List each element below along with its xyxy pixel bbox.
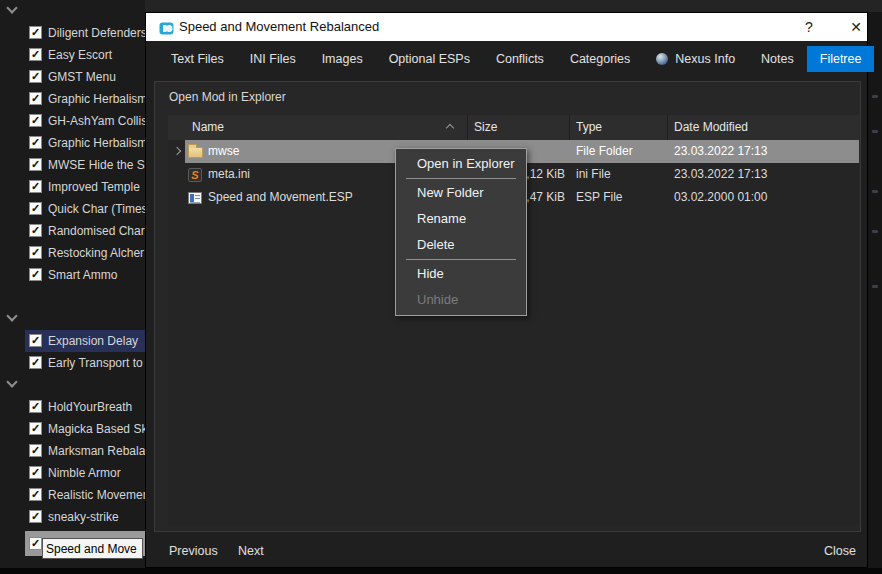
mod-list-item[interactable]: ✓GMST Menu bbox=[25, 66, 145, 88]
previous-button[interactable]: Previous bbox=[169, 541, 218, 561]
mod-organizer-icon bbox=[159, 21, 174, 39]
checkbox-checked[interactable]: ✓ bbox=[29, 246, 42, 259]
checkbox-checked[interactable]: ✓ bbox=[29, 400, 42, 413]
close-window-button[interactable]: ✕ bbox=[841, 13, 871, 41]
sort-ascending-icon bbox=[446, 124, 454, 132]
background-bottom-strip bbox=[0, 568, 882, 574]
open-mod-in-explorer-button[interactable]: Open Mod in Explorer bbox=[169, 90, 286, 104]
mod-list-item[interactable]: ✓MWSE Hide the Sk bbox=[25, 154, 145, 176]
collapse-arrow-icon[interactable] bbox=[6, 376, 17, 387]
mod-list-item[interactable]: ✓Early Transport to bbox=[25, 352, 145, 374]
checkbox-checked[interactable]: ✓ bbox=[29, 48, 42, 61]
checkbox-checked[interactable]: ✓ bbox=[29, 26, 42, 39]
dialog-titlebar[interactable]: Speed and Movement Rebalanced ? ✕ bbox=[146, 13, 867, 41]
menu-item-hide[interactable]: Hide bbox=[396, 261, 526, 287]
column-header-size[interactable]: Size bbox=[468, 115, 570, 140]
tab-conflicts[interactable]: Conflicts bbox=[483, 46, 557, 72]
checkbox-checked[interactable]: ✓ bbox=[29, 202, 42, 215]
expand-arrow-icon[interactable] bbox=[173, 147, 181, 155]
collapse-arrow-icon[interactable] bbox=[6, 310, 17, 321]
help-button[interactable]: ? bbox=[794, 13, 824, 41]
tab-ini-files[interactable]: INI Files bbox=[237, 46, 309, 72]
mod-list-background: ✓Diligent Defenders ✓Easy Escort ✓GMST M… bbox=[0, 0, 145, 568]
tab-optional-esps[interactable]: Optional ESPs bbox=[376, 46, 483, 72]
checkbox-checked[interactable]: ✓ bbox=[29, 488, 42, 501]
next-button[interactable]: Next bbox=[238, 541, 264, 561]
checkbox-checked[interactable]: ✓ bbox=[29, 510, 42, 523]
mod-list-item[interactable]: ✓Randomised Char bbox=[25, 220, 145, 242]
checkbox-checked[interactable]: ✓ bbox=[29, 466, 42, 479]
collapse-arrow-icon[interactable] bbox=[6, 2, 17, 13]
ini-file-icon: S bbox=[188, 167, 204, 182]
column-header-name[interactable]: Name bbox=[168, 115, 468, 140]
background-glyph bbox=[872, 230, 878, 233]
tab-filetree[interactable]: Filetree bbox=[807, 46, 875, 72]
checkbox-checked[interactable]: ✓ bbox=[29, 158, 42, 171]
checkbox-checked[interactable]: ✓ bbox=[29, 444, 42, 457]
mod-list-item[interactable]: ✓Restocking Alcher bbox=[25, 242, 145, 264]
background-glyph bbox=[872, 130, 878, 133]
globe-icon bbox=[656, 53, 668, 65]
mod-list-item-selected[interactable]: ✓Expansion Delay bbox=[25, 330, 145, 352]
checkbox-checked[interactable]: ✓ bbox=[29, 70, 42, 83]
mod-list-item[interactable]: ✓Realistic Movemen bbox=[25, 484, 145, 506]
dialog-title: Speed and Movement Rebalanced bbox=[179, 13, 379, 41]
menu-item-unhide: Unhide bbox=[396, 287, 526, 313]
mod-list-item[interactable]: ✓Magicka Based Ski bbox=[25, 418, 145, 440]
checkbox-checked[interactable]: ✓ bbox=[29, 114, 42, 127]
background-glyph bbox=[872, 95, 878, 98]
menu-separator bbox=[406, 178, 516, 179]
checkbox-checked[interactable]: ✓ bbox=[29, 422, 42, 435]
folder-icon bbox=[188, 144, 204, 159]
checkbox-checked[interactable]: ✓ bbox=[29, 180, 42, 193]
menu-item-open-in-explorer[interactable]: Open in Explorer bbox=[396, 151, 526, 177]
mod-list-item[interactable]: ✓HoldYourBreath bbox=[25, 396, 145, 418]
menu-item-delete[interactable]: Delete bbox=[396, 232, 526, 258]
mod-list-item[interactable]: ✓Graphic Herbalism bbox=[25, 88, 145, 110]
mod-list-item[interactable]: ✓Smart Ammo bbox=[25, 264, 145, 286]
checkbox-checked[interactable]: ✓ bbox=[29, 356, 42, 369]
mod-list-item[interactable]: ✓Nimble Armor bbox=[25, 462, 145, 484]
column-header-type[interactable]: Type bbox=[570, 115, 668, 140]
background-top-strip bbox=[145, 0, 882, 12]
background-glyph bbox=[872, 285, 878, 288]
esp-file-icon bbox=[188, 190, 204, 205]
context-menu: Open in Explorer New Folder Rename Delet… bbox=[395, 148, 527, 316]
mod-list-item[interactable]: ✓GH-AshYam Collis bbox=[25, 110, 145, 132]
close-button[interactable]: Close bbox=[824, 541, 856, 561]
tab-text-files[interactable]: Text Files bbox=[158, 46, 237, 72]
tab-bar: Text Files INI Files Images Optional ESP… bbox=[146, 41, 867, 77]
checkbox-checked[interactable]: ✓ bbox=[29, 92, 42, 105]
checkbox-checked[interactable]: ✓ bbox=[29, 224, 42, 237]
mod-list-item[interactable]: ✓Easy Escort bbox=[25, 44, 145, 66]
menu-separator bbox=[406, 259, 516, 260]
mod-list-item[interactable]: ✓Improved Temple bbox=[25, 176, 145, 198]
rename-input[interactable] bbox=[42, 538, 143, 559]
tree-header: Name Size Type Date Modified bbox=[168, 115, 859, 140]
mod-list-item[interactable]: ✓Graphic Herbalism bbox=[25, 132, 145, 154]
checkbox-checked[interactable]: ✓ bbox=[29, 537, 42, 550]
background-window-edge bbox=[868, 12, 882, 568]
checkbox-checked[interactable]: ✓ bbox=[29, 268, 42, 281]
mod-list-item[interactable]: ✓Marksman Rebala bbox=[25, 440, 145, 462]
mod-list-item[interactable]: ✓Diligent Defenders bbox=[25, 22, 145, 44]
mod-list-item[interactable]: ✓Quick Char (Times bbox=[25, 198, 145, 220]
menu-item-rename[interactable]: Rename bbox=[396, 206, 526, 232]
tab-categories[interactable]: Categories bbox=[557, 46, 643, 72]
column-header-date-modified[interactable]: Date Modified bbox=[668, 115, 859, 140]
background-glyph bbox=[872, 190, 878, 193]
tab-notes[interactable]: Notes bbox=[748, 46, 807, 72]
menu-item-new-folder[interactable]: New Folder bbox=[396, 180, 526, 206]
tab-nexus-info[interactable]: Nexus Info bbox=[643, 46, 748, 72]
tab-images[interactable]: Images bbox=[309, 46, 376, 72]
checkbox-checked[interactable]: ✓ bbox=[29, 136, 42, 149]
checkbox-checked[interactable]: ✓ bbox=[29, 334, 42, 347]
mod-list-item[interactable]: ✓sneaky-strike bbox=[25, 506, 145, 528]
